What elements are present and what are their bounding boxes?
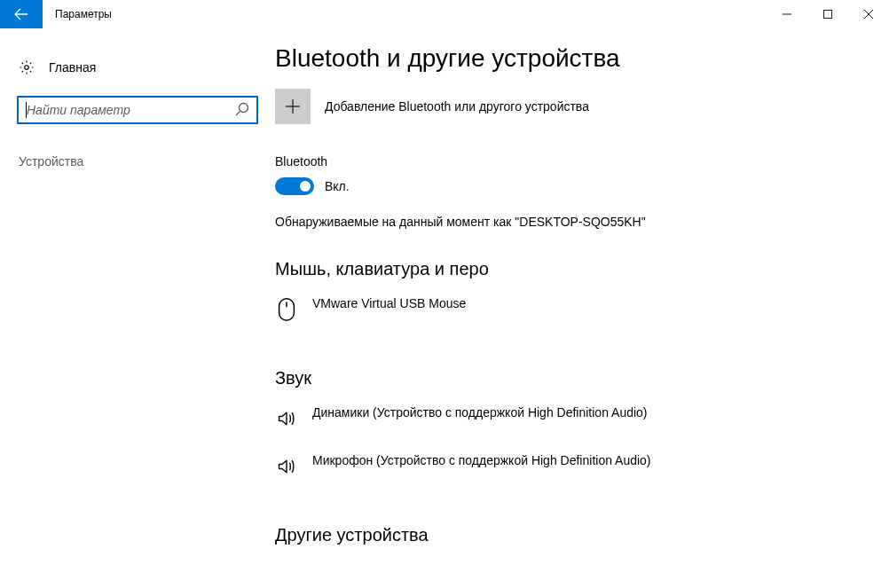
main-content: Bluetooth и другие устройства Добавление… xyxy=(275,28,889,588)
add-tile xyxy=(275,89,311,124)
device-label: VMware Virtual USB Mouse xyxy=(312,295,466,312)
search-box[interactable] xyxy=(17,96,258,124)
section-sound-title: Звук xyxy=(275,368,862,388)
maximize-icon xyxy=(823,10,832,19)
speaker-icon xyxy=(275,404,298,431)
add-device-button[interactable]: Добавление Bluetooth или другого устройс… xyxy=(275,89,862,124)
nav-home-label: Главная xyxy=(49,60,96,74)
close-icon xyxy=(864,10,873,19)
section-mouse-title: Мышь, клавиатура и перо xyxy=(275,259,862,279)
mouse-icon xyxy=(275,295,298,322)
device-item-mouse[interactable]: VMware Virtual USB Mouse xyxy=(275,290,665,338)
bluetooth-section-label: Bluetooth xyxy=(275,154,862,169)
bluetooth-toggle[interactable] xyxy=(275,177,314,195)
device-item-speaker[interactable]: Динамики (Устройство с поддержкой High D… xyxy=(275,399,665,447)
section-other-title: Другие устройства xyxy=(275,525,862,545)
arrow-left-icon xyxy=(14,7,28,21)
sidebar-section-label: Устройства xyxy=(17,154,258,169)
minimize-button[interactable] xyxy=(767,0,807,28)
close-button[interactable] xyxy=(848,0,889,28)
nav-home[interactable]: Главная xyxy=(17,50,258,85)
back-button[interactable] xyxy=(0,0,43,28)
svg-point-2 xyxy=(240,103,248,112)
page-title: Bluetooth и другие устройства xyxy=(275,44,862,73)
bluetooth-toggle-label: Вкл. xyxy=(325,179,350,193)
search-icon xyxy=(235,102,249,119)
device-label: Микрофон (Устройство с поддержкой High D… xyxy=(312,452,651,469)
plus-icon xyxy=(285,98,301,114)
minimize-icon xyxy=(783,10,791,19)
window-title: Параметры xyxy=(43,0,112,28)
device-label: Динамики (Устройство с поддержкой High D… xyxy=(312,404,648,421)
speaker-icon xyxy=(275,452,298,479)
add-device-label: Добавление Bluetooth или другого устройс… xyxy=(325,99,589,114)
svg-rect-3 xyxy=(279,299,295,320)
search-input[interactable] xyxy=(27,103,235,117)
gear-icon xyxy=(19,59,35,75)
device-item-mic[interactable]: Микрофон (Устройство с поддержкой High D… xyxy=(275,447,665,495)
sidebar: Главная Устройства xyxy=(0,28,275,588)
bluetooth-toggle-row: Вкл. xyxy=(275,177,862,195)
toggle-knob xyxy=(300,181,311,192)
window-controls xyxy=(767,0,889,28)
svg-rect-0 xyxy=(824,11,832,19)
titlebar: Параметры xyxy=(0,0,889,28)
svg-point-1 xyxy=(25,66,29,70)
discoverable-text: Обнаруживаемые на данный момент как "DES… xyxy=(275,215,736,229)
maximize-button[interactable] xyxy=(807,0,848,28)
